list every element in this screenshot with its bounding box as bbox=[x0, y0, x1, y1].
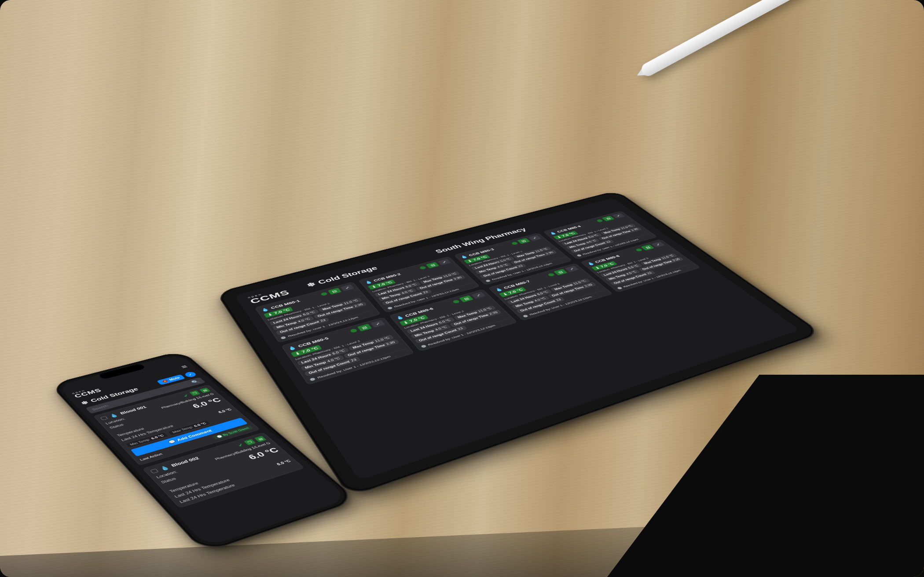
select-checkbox[interactable] bbox=[150, 469, 159, 474]
last24-pill: Last 24 Hours 6.0 °C bbox=[406, 317, 455, 334]
clock-icon: 🕑 bbox=[309, 377, 316, 381]
card-title: CCB M80-5 bbox=[297, 331, 349, 348]
oor-time-pill: Out of range Time 2:30 bbox=[344, 339, 399, 358]
clock-icon: 🕑 bbox=[485, 279, 491, 282]
min-temp-pill: Min Temp 4.0 °C bbox=[272, 316, 314, 330]
last24-value: 6.0 °C bbox=[275, 459, 292, 466]
phone-sensor-card[interactable]: 💧 Blood 002 ✔ ❐ ▤ Location:Pharmacy/Buil… bbox=[143, 432, 304, 508]
chat-icon: 💬 bbox=[167, 439, 176, 444]
temp-value: 6.0 °C bbox=[246, 446, 281, 461]
last24-pill: Last 24 Hours 6.0 °C bbox=[297, 347, 349, 365]
min-temp-pill: Min Temp 4.0 °C bbox=[301, 355, 344, 371]
thermometer-icon: 🌡 bbox=[402, 320, 410, 325]
thermometer-icon: 🌡 bbox=[502, 292, 510, 296]
location-label: Location: bbox=[155, 470, 178, 479]
drop-icon: 💧 bbox=[459, 255, 469, 259]
chart-icon[interactable]: ▤ bbox=[199, 387, 210, 393]
drop-icon: 💧 bbox=[548, 231, 557, 235]
status-dot bbox=[419, 266, 427, 270]
clock-icon: 🕑 bbox=[216, 435, 223, 438]
location-value: Pharmacy/Building 1/Level G bbox=[214, 442, 271, 461]
clock-icon: 🕑 bbox=[576, 254, 583, 257]
drop-icon: 💧 bbox=[158, 465, 171, 471]
status-dot bbox=[452, 299, 461, 304]
thermometer-icon: 🌡 bbox=[594, 266, 601, 270]
clock-icon: 🕑 bbox=[386, 306, 393, 310]
thermometer-icon: 🌡 bbox=[266, 312, 274, 317]
status-check-icon: ✔ bbox=[182, 393, 190, 398]
status-dot bbox=[596, 219, 604, 223]
resolved-by-row: 🕑 Resolved by: User 1 - 12/2/23,12:12pm bbox=[279, 310, 375, 340]
last-action-label: Last Action bbox=[139, 452, 163, 461]
search-icon[interactable]: 🔍 bbox=[190, 379, 201, 384]
expand-icon[interactable]: ⤢ bbox=[370, 320, 385, 328]
drop-icon: 💧 bbox=[586, 261, 595, 266]
menu-icon[interactable]: ≡ bbox=[179, 364, 189, 369]
thermometer-icon: 🌡 bbox=[466, 259, 474, 263]
card-location: Location: Pharmacy - Bld. 1 - Level 3 bbox=[295, 331, 392, 361]
drop-icon: 💧 bbox=[395, 315, 404, 320]
snowflake-icon: ❄ bbox=[305, 281, 317, 288]
select-checkbox[interactable] bbox=[100, 416, 108, 420]
oor-count-pill: Out of range Count 23 bbox=[276, 317, 330, 335]
current-temp-badge: 🌡7.0 °C bbox=[399, 314, 429, 326]
drop-icon: 💧 bbox=[108, 413, 119, 418]
oor-count-pill: Out of range Count 23 bbox=[304, 357, 361, 376]
resolved-by-row: 🕑 Resolved by: User 1 - 12/2/23,12:12pm bbox=[308, 349, 409, 381]
chart-icon[interactable]: ▤ bbox=[357, 324, 371, 332]
check-icon: ✓ bbox=[187, 372, 194, 376]
resolved-by-row: 🕑 Resolved by: User 1 - 12/2/23,12:12pm bbox=[419, 318, 512, 348]
bell-off-icon: 🔕 bbox=[161, 380, 169, 383]
drop-icon: 💧 bbox=[287, 345, 297, 351]
thermometer-icon: 🌡 bbox=[555, 235, 563, 239]
clock-icon: 🕑 bbox=[420, 344, 427, 348]
drop-icon: 💧 bbox=[494, 287, 503, 292]
clock-icon: 🕑 bbox=[616, 286, 623, 290]
item-name: Blood 002 bbox=[170, 445, 237, 467]
clock-icon: 🕑 bbox=[522, 314, 529, 318]
status-dot bbox=[349, 329, 358, 333]
sensor-card[interactable]: 💧 CCB M80-5 ▤ ⤢ 🌡7.0 °C Location: Pharma… bbox=[281, 317, 414, 385]
clock-icon: 🕑 bbox=[280, 336, 287, 340]
copy-icon[interactable]: ❐ bbox=[189, 391, 201, 396]
thermometer-icon: 🌡 bbox=[370, 285, 378, 289]
status-dot bbox=[511, 241, 518, 245]
last24-label: Last 24 Hrs Temperature bbox=[179, 483, 236, 504]
status-check-icon: ✔ bbox=[236, 442, 245, 448]
drop-icon: 💧 bbox=[260, 307, 270, 312]
last24-label: Last 24 Hrs Temperature bbox=[173, 478, 231, 498]
select-all-toggle[interactable]: ✓ bbox=[183, 371, 198, 378]
current-temp-badge: 🌡7.0 °C bbox=[291, 345, 322, 357]
status-label: Status bbox=[160, 477, 181, 488]
max-temp-pill: Max Temp 11.0 °C bbox=[348, 335, 394, 351]
temperature-label: Temperature bbox=[169, 482, 199, 493]
copy-icon[interactable]: ❐ bbox=[244, 439, 256, 446]
drop-icon: 💧 bbox=[363, 280, 373, 285]
thermometer-icon: 🌡 bbox=[294, 351, 302, 356]
min-temp-pill: Min Temp 4.0 °C bbox=[411, 324, 451, 339]
snowflake-icon: ❄ bbox=[80, 400, 90, 405]
oor-count-pill: Out of range Count 23 bbox=[414, 325, 467, 343]
chart-icon[interactable]: ▤ bbox=[254, 436, 267, 442]
status-dot bbox=[547, 273, 555, 277]
status-dot bbox=[320, 292, 328, 296]
status-dot bbox=[635, 248, 643, 252]
